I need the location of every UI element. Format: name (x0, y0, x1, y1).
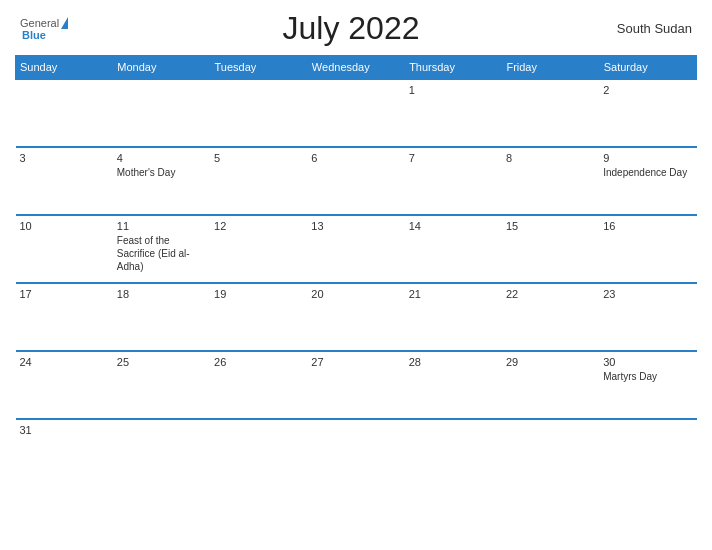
table-row: 31 (16, 419, 113, 474)
calendar-week-row: 24252627282930Martyrs Day (16, 351, 697, 419)
day-number: 10 (20, 220, 109, 232)
table-row: 7 (405, 147, 502, 215)
table-row (502, 79, 599, 147)
day-number: 6 (311, 152, 400, 164)
table-row: 27 (307, 351, 404, 419)
table-row (307, 419, 404, 474)
day-number: 14 (409, 220, 498, 232)
calendar-week-row: 34Mother's Day56789Independence Day (16, 147, 697, 215)
header-friday: Friday (502, 56, 599, 80)
day-number: 18 (117, 288, 206, 300)
table-row (16, 79, 113, 147)
day-number: 19 (214, 288, 303, 300)
day-number: 29 (506, 356, 595, 368)
day-number: 17 (20, 288, 109, 300)
event-label: Feast of the Sacrifice (Eid al-Adha) (117, 235, 190, 272)
day-number: 31 (20, 424, 109, 436)
table-row: 13 (307, 215, 404, 283)
table-row (210, 419, 307, 474)
table-row: 24 (16, 351, 113, 419)
table-row (113, 419, 210, 474)
event-label: Mother's Day (117, 167, 176, 178)
day-number: 20 (311, 288, 400, 300)
month-title: July 2022 (100, 10, 602, 47)
day-number: 15 (506, 220, 595, 232)
table-row (307, 79, 404, 147)
day-number: 30 (603, 356, 692, 368)
table-row: 3 (16, 147, 113, 215)
table-row: 20 (307, 283, 404, 351)
day-number: 25 (117, 356, 206, 368)
table-row: 9Independence Day (599, 147, 696, 215)
header-sunday: Sunday (16, 56, 113, 80)
table-row: 21 (405, 283, 502, 351)
table-row: 25 (113, 351, 210, 419)
day-number: 9 (603, 152, 692, 164)
table-row: 2 (599, 79, 696, 147)
calendar-week-row: 1011Feast of the Sacrifice (Eid al-Adha)… (16, 215, 697, 283)
table-row: 12 (210, 215, 307, 283)
calendar-week-row: 12 (16, 79, 697, 147)
table-row: 19 (210, 283, 307, 351)
logo-triangle-icon (61, 17, 68, 29)
table-row: 15 (502, 215, 599, 283)
header-wednesday: Wednesday (307, 56, 404, 80)
weekday-header-row: Sunday Monday Tuesday Wednesday Thursday… (16, 56, 697, 80)
day-number: 4 (117, 152, 206, 164)
header-thursday: Thursday (405, 56, 502, 80)
calendar-week-row: 31 (16, 419, 697, 474)
table-row: 22 (502, 283, 599, 351)
table-row: 6 (307, 147, 404, 215)
event-label: Independence Day (603, 167, 687, 178)
day-number: 2 (603, 84, 692, 96)
table-row: 18 (113, 283, 210, 351)
table-row: 11Feast of the Sacrifice (Eid al-Adha) (113, 215, 210, 283)
table-row: 16 (599, 215, 696, 283)
table-row: 26 (210, 351, 307, 419)
day-number: 7 (409, 152, 498, 164)
day-number: 23 (603, 288, 692, 300)
day-number: 12 (214, 220, 303, 232)
logo-general-text: General (20, 17, 59, 29)
logo-blue-text: Blue (22, 29, 46, 41)
day-number: 11 (117, 220, 206, 232)
table-row: 30Martyrs Day (599, 351, 696, 419)
day-number: 27 (311, 356, 400, 368)
day-number: 21 (409, 288, 498, 300)
table-row: 1 (405, 79, 502, 147)
day-number: 22 (506, 288, 595, 300)
day-number: 16 (603, 220, 692, 232)
table-row (113, 79, 210, 147)
day-number: 28 (409, 356, 498, 368)
table-row (210, 79, 307, 147)
country-label: South Sudan (602, 21, 692, 36)
table-row: 17 (16, 283, 113, 351)
header-tuesday: Tuesday (210, 56, 307, 80)
day-number: 1 (409, 84, 498, 96)
header-saturday: Saturday (599, 56, 696, 80)
table-row: 28 (405, 351, 502, 419)
table-row (502, 419, 599, 474)
calendar-week-row: 17181920212223 (16, 283, 697, 351)
day-number: 3 (20, 152, 109, 164)
table-row (599, 419, 696, 474)
table-row: 29 (502, 351, 599, 419)
calendar-header: General Blue July 2022 South Sudan (15, 10, 697, 47)
table-row: 5 (210, 147, 307, 215)
table-row (405, 419, 502, 474)
calendar-table: Sunday Monday Tuesday Wednesday Thursday… (15, 55, 697, 474)
table-row: 8 (502, 147, 599, 215)
table-row: 14 (405, 215, 502, 283)
day-number: 24 (20, 356, 109, 368)
table-row: 10 (16, 215, 113, 283)
logo: General Blue (20, 17, 100, 41)
day-number: 8 (506, 152, 595, 164)
event-label: Martyrs Day (603, 371, 657, 382)
table-row: 23 (599, 283, 696, 351)
table-row: 4Mother's Day (113, 147, 210, 215)
header-monday: Monday (113, 56, 210, 80)
day-number: 13 (311, 220, 400, 232)
calendar-container: General Blue July 2022 South Sudan Sunda… (0, 0, 712, 550)
day-number: 5 (214, 152, 303, 164)
day-number: 26 (214, 356, 303, 368)
